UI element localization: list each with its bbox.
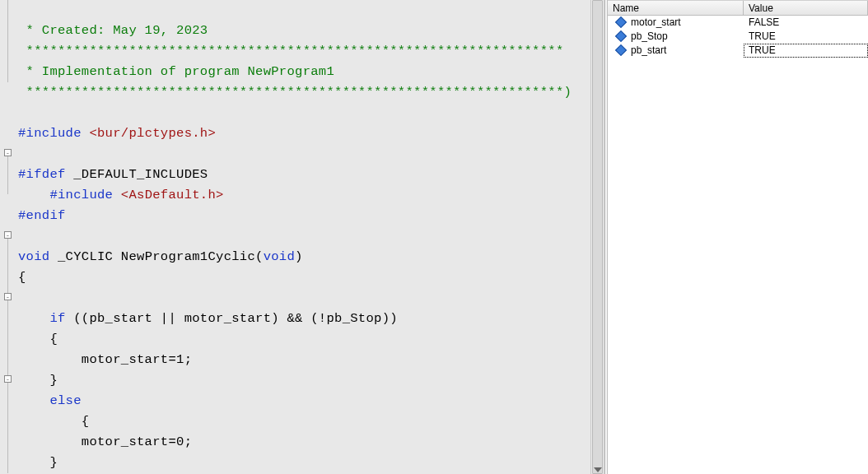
code-token: _DEFAULT_INCLUDES bbox=[66, 167, 208, 182]
code-line: ****************************************… bbox=[18, 44, 564, 58]
code-line: motor_start=1; bbox=[18, 352, 192, 367]
code-token: #include bbox=[18, 188, 121, 202]
code-token: if bbox=[18, 311, 66, 326]
code-token: ) bbox=[295, 249, 303, 264]
fold-toggle[interactable] bbox=[4, 231, 12, 239]
fold-toggle[interactable] bbox=[4, 149, 12, 156]
code-line: motor_start=0; bbox=[18, 434, 192, 449]
code-line: * Implementation of program NewProgram1 bbox=[18, 64, 334, 79]
fold-gutter bbox=[0, 0, 15, 474]
code-token: #ifdef bbox=[18, 167, 66, 182]
fold-toggle[interactable] bbox=[4, 293, 12, 300]
watch-var-value[interactable]: TRUE bbox=[744, 44, 868, 58]
watch-header: Name Value bbox=[608, 0, 868, 16]
code-token: NewProgram1Cyclic( bbox=[121, 249, 264, 264]
watch-header-name[interactable]: Name bbox=[608, 1, 744, 15]
variable-icon bbox=[615, 30, 627, 42]
code-line: { bbox=[18, 414, 89, 429]
watch-var-name: pb_Stop bbox=[631, 30, 668, 42]
code-line: { bbox=[18, 270, 26, 285]
variable-icon bbox=[615, 16, 627, 28]
watch-header-value[interactable]: Value bbox=[744, 1, 868, 15]
code-line: } bbox=[18, 373, 58, 388]
code-token: void bbox=[18, 249, 49, 264]
code-line: ****************************************… bbox=[18, 85, 572, 100]
code-token: _CYCLIC bbox=[49, 249, 120, 264]
fold-toggle[interactable] bbox=[4, 375, 12, 383]
code-token: <AsDefault.h> bbox=[121, 188, 224, 202]
code-line: { bbox=[18, 332, 58, 346]
code-editor-pane: * Created: May 19, 2023 ****************… bbox=[0, 0, 590, 474]
watch-row[interactable]: pb_start TRUE bbox=[608, 44, 868, 58]
code-line: else bbox=[18, 393, 82, 408]
code-token: <bur/plctypes.h> bbox=[89, 126, 216, 141]
watch-var-name: motor_start bbox=[631, 16, 681, 28]
variable-icon bbox=[615, 44, 627, 56]
watch-var-name: pb_start bbox=[631, 44, 666, 56]
scroll-down-icon[interactable] bbox=[594, 467, 602, 472]
code-token: ((pb_start || motor_start) && (!pb_Stop)… bbox=[66, 311, 398, 326]
code-token: #endif bbox=[18, 208, 66, 223]
watch-row[interactable]: motor_start FALSE bbox=[608, 16, 868, 30]
watch-var-value[interactable]: TRUE bbox=[744, 30, 868, 44]
code-token: #include bbox=[18, 126, 89, 141]
scrollbar-thumb[interactable] bbox=[592, 0, 603, 474]
code-line: } bbox=[18, 455, 58, 470]
code-area[interactable]: * Created: May 19, 2023 ****************… bbox=[15, 0, 590, 474]
editor-vertical-scrollbar[interactable] bbox=[590, 0, 604, 474]
code-line: * Created: May 19, 2023 bbox=[18, 23, 208, 38]
watch-row[interactable]: pb_Stop TRUE bbox=[608, 30, 868, 44]
watch-panel: Name Value motor_start FALSE pb_Stop TRU… bbox=[608, 0, 868, 474]
code-token: void bbox=[264, 249, 295, 264]
watch-var-value[interactable]: FALSE bbox=[744, 16, 868, 30]
ide-window: * Created: May 19, 2023 ****************… bbox=[0, 0, 868, 474]
